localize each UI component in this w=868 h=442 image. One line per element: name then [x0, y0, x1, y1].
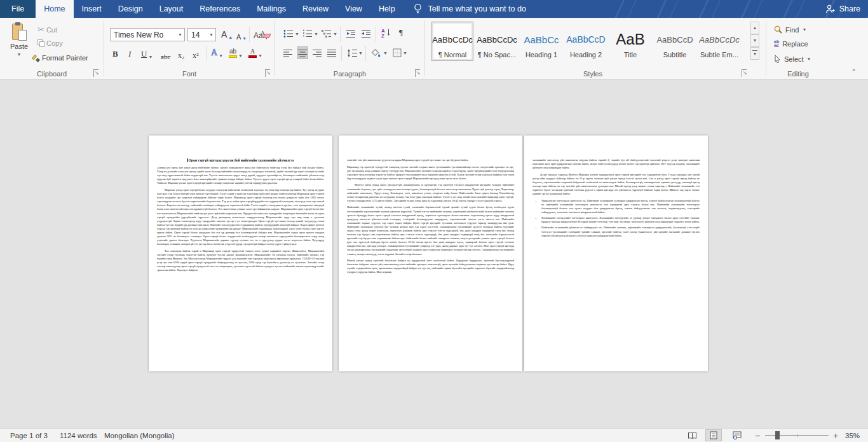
multilevel-list-button[interactable]: ▼: [321, 27, 338, 40]
paste-button[interactable]: Paste ▼: [5, 22, 33, 74]
zoom-out-button[interactable]: −: [755, 429, 760, 442]
style-normal[interactable]: AaBbCcDc ¶ Normal: [431, 22, 473, 61]
paragraph: Манай улсын хувьд хүнсний баталгаат байд…: [347, 259, 514, 274]
format-painter-button[interactable]: Format Painter: [32, 53, 89, 62]
numbering-button[interactable]: ▼: [302, 27, 319, 40]
select-button[interactable]: Select ▼: [774, 55, 811, 63]
bullet-item: Халамжийн санхүүгийн тогтолцоог шинэчлэх…: [541, 216, 700, 224]
tab-design[interactable]: Design: [110, 0, 151, 18]
paragraph: Аливаа улс орны хүн амын дунд нийгмийн б…: [157, 166, 324, 185]
tell-me-box[interactable]: Tell me what you want to do: [414, 0, 526, 18]
decrease-indent-button[interactable]: [345, 27, 356, 40]
shading-arrow: ▼: [383, 51, 388, 55]
italic-button[interactable]: I: [128, 47, 132, 60]
increase-indent-button[interactable]: [360, 27, 372, 40]
styles-dialog-launcher[interactable]: ↘: [740, 69, 748, 77]
clear-formatting-button[interactable]: A: [259, 27, 266, 39]
word-count[interactable]: 1124 words: [60, 429, 97, 442]
align-center-button[interactable]: [297, 46, 308, 59]
tab-references[interactable]: References: [191, 0, 248, 18]
copy-button[interactable]: Copy: [37, 39, 64, 48]
paragraph: Дээрх бүгдээс харахад Монгол Марокко улс…: [532, 173, 700, 197]
find-arrow: ▼: [802, 27, 806, 32]
zoom-slider[interactable]: [765, 435, 829, 436]
style-heading-1[interactable]: AaBbCс Heading 1: [520, 22, 562, 61]
paragraph-dialog-launcher[interactable]: ↘: [414, 69, 421, 77]
clipboard-dialog-launcher[interactable]: ↘: [92, 69, 100, 77]
tab-review[interactable]: Review: [294, 0, 337, 18]
style-preview: AaBbCcD: [656, 28, 693, 51]
justify-button[interactable]: [327, 46, 337, 59]
small-divider: [341, 46, 342, 61]
borders-button[interactable]: ▼: [392, 46, 408, 59]
find-button[interactable]: Find ▼: [774, 25, 806, 34]
print-layout-button[interactable]: [705, 429, 722, 441]
tab-view[interactable]: View: [337, 0, 370, 18]
web-layout-button[interactable]: [729, 429, 745, 441]
share-button[interactable]: Share: [825, 0, 860, 18]
shading-button[interactable]: ▼: [370, 46, 388, 59]
style-title[interactable]: AaB Title: [609, 22, 651, 61]
font-name-combo[interactable]: Times New Ro ▼: [110, 28, 185, 41]
styles-scroll-up-button[interactable]: ▲: [750, 22, 759, 34]
tab-home[interactable]: Home: [36, 0, 73, 18]
paste-dropdown-arrow: ▼: [17, 52, 22, 57]
grow-font-button[interactable]: A▲: [220, 27, 233, 40]
document-canvas[interactable]: Орон гэргүй иргэдэд үзүүлж буй нийгмийн …: [0, 80, 868, 428]
style-heading-2[interactable]: AaBbCcD Heading 2: [565, 22, 607, 61]
underline-button[interactable]: U▼: [140, 47, 153, 60]
shrink-font-button[interactable]: A▼: [236, 29, 247, 41]
document-page-2[interactable]: хамгийн том үйл ажиллагааг дуусгасны дар…: [339, 135, 522, 371]
tab-mailings[interactable]: Mailings: [248, 0, 294, 18]
font-size-combo[interactable]: 14 ▼: [187, 28, 216, 41]
show-paragraph-marks-button[interactable]: ¶: [398, 26, 403, 39]
text-effects-button[interactable]: A▼: [210, 46, 224, 59]
style-no-spacing[interactable]: AaBbCcDc ¶ No Spac...: [476, 22, 518, 61]
highlight-icon: ab: [229, 48, 237, 58]
bold-button[interactable]: B: [112, 47, 119, 60]
text-highlight-button[interactable]: ab ▼: [228, 46, 243, 59]
collapse-ribbon-button[interactable]: ⌃: [851, 68, 857, 75]
zoom-in-button[interactable]: +: [833, 429, 838, 442]
language-indicator[interactable]: Mongolian (Mongolia): [104, 429, 175, 442]
more-bar-icon: [752, 50, 757, 51]
styles-scroll-down-button[interactable]: ▼: [750, 34, 759, 47]
paragraph: хамгийн том үйл ажиллагааг дуусгасны дар…: [347, 158, 514, 162]
small-divider: [340, 27, 341, 42]
tab-insert[interactable]: Insert: [74, 0, 110, 18]
align-left-button[interactable]: [283, 46, 294, 59]
paint-bucket-icon: [371, 48, 382, 57]
styles-more-button[interactable]: ▼: [750, 47, 759, 60]
align-right-button[interactable]: [312, 46, 323, 59]
bullets-button[interactable]: ▼: [283, 27, 300, 40]
subscript-button[interactable]: x₂: [177, 48, 185, 61]
document-page-3[interactable]: халамжийн чиглэлээр үйл ажиллагаа явуулж…: [524, 135, 708, 371]
zoom-slider-thumb[interactable]: [775, 431, 780, 439]
line-spacing-button[interactable]: ▼: [346, 46, 363, 59]
font-color-button[interactable]: A ▼: [248, 46, 263, 59]
replace-button[interactable]: abac Replace: [774, 40, 808, 48]
borders-icon: [393, 48, 402, 57]
superscript-button[interactable]: x²: [192, 48, 200, 61]
cut-button[interactable]: ✂ Cut: [37, 24, 58, 35]
small-divider: [365, 46, 366, 61]
strikethrough-button[interactable]: abc: [160, 48, 171, 61]
bullet-list: Удирдлагын тогтолцоог шинэчлэх нь. Нийгм…: [532, 199, 700, 238]
style-subtitle[interactable]: AaBbCcD Subtitle: [654, 22, 696, 61]
tab-file[interactable]: File: [0, 0, 36, 18]
paragraph: халамжийн чиглэлээр үйл ажиллагаа явуулж…: [532, 158, 700, 170]
ribbon-home: Paste ▼ ✂ Cut Copy Format Painter Clipbo…: [0, 18, 868, 79]
decrease-indent-icon: [346, 29, 356, 38]
page-indicator[interactable]: Page 1 of 3: [10, 429, 48, 442]
font-dialog-launcher[interactable]: ↘: [264, 69, 271, 77]
editing-group-label: Editing: [766, 70, 830, 78]
tab-help[interactable]: Help: [370, 0, 403, 18]
sort-button[interactable]: AZ: [381, 26, 393, 39]
style-preview: AaBbCс: [524, 28, 559, 51]
zoom-level[interactable]: 35%: [845, 429, 860, 442]
document-page-1[interactable]: Орон гэргүй иргэдэд үзүүлж буй нийгмийн …: [149, 135, 332, 371]
style-subtle-emphasis[interactable]: AaBbCcDc Subtle Em...: [698, 22, 740, 61]
style-preview: AaBbCcDc: [432, 28, 473, 51]
tab-layout[interactable]: Layout: [151, 0, 192, 18]
read-mode-button[interactable]: [684, 429, 700, 441]
